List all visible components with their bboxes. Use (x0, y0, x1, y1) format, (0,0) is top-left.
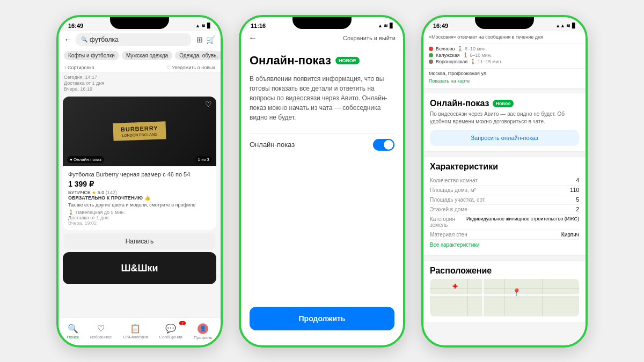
listings-nav-icon: 📋 (130, 323, 141, 334)
char-area: Площадь дома, м² 110 (430, 186, 579, 195)
chars-title: Характеристики (430, 162, 579, 172)
p3-online-title: Онлайн-показ (430, 99, 489, 108)
char-plot: Площадь участка, сот. 5 (430, 195, 579, 205)
cart-icon[interactable]: 🛒 (206, 35, 215, 44)
metro-vorontsovskaya-name: Воронцовская (436, 59, 467, 64)
nav-favorites[interactable]: ♡ Избранное (90, 323, 112, 339)
write-button[interactable]: Написать (64, 233, 215, 249)
p2-header: ← Сохранить и выйти (241, 31, 403, 46)
request-online-show-button[interactable]: Запросить онлайн-показ (430, 130, 579, 146)
metro-dot-brown (429, 60, 433, 64)
search-input-box[interactable]: 🔍 футболка (76, 33, 191, 46)
address-text: Москва, Профсоюзная ул. (423, 69, 586, 77)
product-price: 1 399 ₽ (68, 180, 211, 188)
p2-save-button[interactable]: Сохранить и выйти (343, 35, 396, 41)
char-rooms-key: Количество комнат (430, 178, 504, 183)
char-floors: Этажей в доме 2 (430, 205, 579, 215)
toggle-knob (384, 140, 393, 150)
nav-messages-label: Сообщения (159, 335, 182, 339)
search-query: футболка (90, 36, 119, 43)
nav-messages[interactable]: 💬 2 Сообщения (159, 323, 182, 339)
bottom-nav-1: 🔍 Поиск ♡ Избранное 📋 Объявления 💬 2 Соо… (58, 317, 221, 345)
map-section-title: Расположение (430, 266, 579, 276)
filter-icon[interactable]: ⊞ (196, 35, 203, 44)
metro-belyaevo-time: 🚶 6–10 мин. (457, 46, 487, 51)
online-badge: ● Онлайн-показ (67, 156, 104, 163)
search-nav-icon: 🔍 (68, 323, 78, 334)
photo-count: 1 из 3 (195, 156, 212, 163)
time-2: 11:16 (251, 23, 266, 29)
nav-search-label: Поиск (67, 335, 79, 339)
tag-1[interactable]: Мужская одежда (122, 51, 172, 60)
p2-description: В объявлении появится информация, что вы… (250, 74, 394, 122)
status-icons-1: ▲ ≋ ▊ (195, 23, 211, 28)
notch-1 (110, 17, 169, 29)
nav-favorites-label: Избранное (90, 335, 112, 339)
burberry-sub: LONDON ENGLAND (121, 132, 158, 137)
p2-back-button[interactable]: ← (248, 33, 257, 43)
char-rooms: Количество комнат 4 (430, 176, 579, 186)
date-info: Сегодня, 14:17 Доставка от 1 дня Вчера, … (58, 73, 221, 93)
char-walls-key: Материал стен (430, 232, 504, 238)
tag-0[interactable]: Кофты и футболки (64, 51, 119, 60)
metro-dot-red (429, 47, 433, 51)
metro-list: Беляево 🚶 6–10 мин. Калужская 🚶 6–10 мин… (423, 43, 586, 69)
char-floors-key: Этажей в доме (430, 206, 504, 212)
char-area-val: 110 (504, 187, 579, 193)
metro-vorontsovskaya-time: 🚶 11–15 мин. (470, 59, 502, 64)
online-show-section: Онлайн-показ Новое По видеосвязи через А… (423, 93, 586, 152)
notch-2 (292, 17, 352, 29)
online-show-toggle[interactable] (373, 139, 394, 151)
p3-online-badge: Новое (493, 100, 514, 107)
metro-kaluzhskaya-name: Калужская (436, 53, 460, 58)
map-grid-v3 (542, 279, 543, 316)
see-all-chars[interactable]: Все характеристики (430, 240, 579, 250)
char-plot-val: 5 (504, 197, 579, 203)
map-road-2 (482, 279, 484, 316)
date-today: Сегодня, 14:17 (64, 75, 215, 80)
metro-belyaevo: Беляево 🚶 6–10 мин. (429, 46, 580, 52)
metro-dot-green (429, 53, 433, 57)
map-image[interactable]: 📍 ✚ (430, 279, 579, 316)
favorite-button[interactable]: ♡ (205, 100, 212, 108)
char-area-key: Площадь дома, м² (430, 187, 504, 193)
time-3: 16:49 (433, 23, 448, 29)
sort-row: ↕ Сортировка ♡ Уведомить о новых (58, 63, 221, 73)
char-rooms-val: 4 (504, 178, 579, 183)
map-link[interactable]: Показать на карте (423, 77, 586, 88)
date-delivery-0: Доставка от 1 дня (64, 80, 215, 86)
status-icons-3: ▲▲ ≋ ▊ (555, 23, 576, 28)
card2-preview[interactable]: Ш&Шки (63, 252, 216, 284)
nav-profile[interactable]: 👤 Профиль (194, 323, 213, 340)
burberry-label: BURBERRY LONDON ENGLAND (113, 121, 166, 141)
messages-nav-icon: 💬 (165, 323, 176, 334)
product-image: BURBERRY LONDON ENGLAND ● Онлайн-показ 1… (63, 97, 216, 166)
product-title: Футболка Burberry черная размер с 46 по … (68, 171, 211, 178)
sort-label[interactable]: ↕ Сортировка (64, 65, 94, 70)
p2-title: Онлайн-показ (250, 54, 331, 68)
char-plot-key: Площадь участка, сот. (430, 197, 504, 203)
product-date: Вчера, 19:02 (68, 220, 211, 226)
nav-search[interactable]: 🔍 Поиск (67, 323, 79, 339)
search-bar: ← 🔍 футболка ⊞ 🛒 (58, 31, 221, 48)
map-section: Расположение 📍 ✚ (423, 260, 586, 322)
continue-button[interactable]: Продолжить (250, 307, 394, 330)
tag-2[interactable]: Одежда, обувь, (175, 51, 221, 60)
product-desc: Так же есть другие цвета и модели, смотр… (68, 202, 211, 209)
p2-new-badge: НОВОЕ (335, 57, 360, 64)
notify-label[interactable]: ♡ Уведомить о новых (166, 65, 215, 70)
product-card-1[interactable]: BURBERRY LONDON ENGLAND ● Онлайн-показ 1… (63, 97, 216, 231)
char-land-key: Категория земель (430, 216, 466, 228)
time-1: 16:49 (68, 23, 83, 29)
location-text: Павелецкая до 5 мин. (76, 210, 125, 215)
metro-kaluzhskaya: Калужская 🚶 6–10 мин. (429, 52, 580, 58)
nav-profile-label: Профиль (194, 335, 213, 340)
card2-text: Ш&Шки (121, 263, 158, 274)
nav-listings[interactable]: 📋 Объявления (123, 323, 148, 339)
map-location-pin: 📍 (512, 288, 521, 297)
seller-notice: «Московия» отвечает на сообщения в течен… (423, 31, 586, 43)
phone-2: 11:16 ▲ ≋ ▊ ← Сохранить и выйти Онлайн-п… (239, 15, 405, 348)
map-road-1 (430, 294, 579, 296)
back-arrow-1[interactable]: ← (64, 35, 72, 45)
map-grid-v2 (504, 279, 505, 316)
